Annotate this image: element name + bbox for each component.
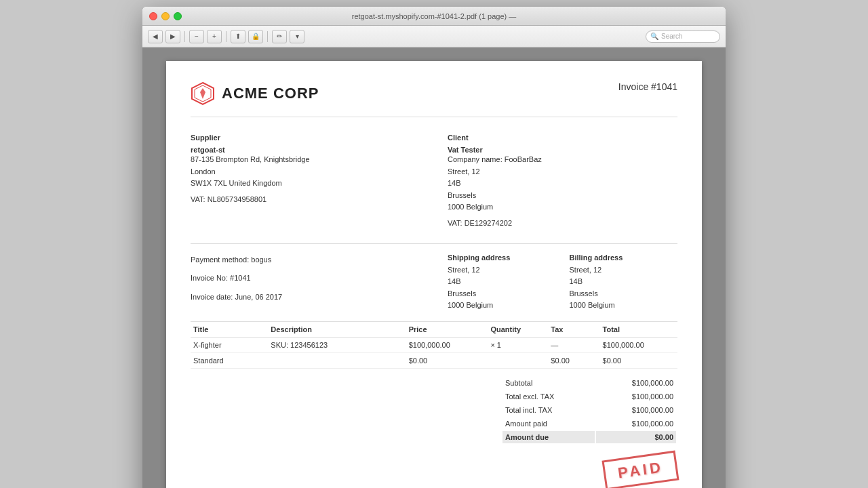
total-excl-row: Total excl. TAX $100,000.00 bbox=[502, 390, 676, 403]
table-row: X-fighterSKU: 123456123$100,000.00× 1—$1… bbox=[191, 337, 677, 352]
amount-paid-label: Amount paid bbox=[502, 418, 595, 430]
company-logo bbox=[191, 81, 215, 106]
paid-stamp-area: PAID bbox=[191, 455, 677, 485]
amount-paid-row: Amount paid $100,000.00 bbox=[502, 418, 676, 430]
share-button[interactable]: 🔒 bbox=[248, 30, 263, 43]
client-address: Company name: FooBarBaz Street, 12 14B B… bbox=[448, 154, 677, 214]
cell-description: SKU: 123456123 bbox=[268, 337, 406, 352]
items-table: Title Description Price Quantity Tax Tot… bbox=[191, 321, 677, 369]
shipping-street: Street, 12 bbox=[448, 266, 480, 274]
subtotal-label: Subtotal bbox=[502, 377, 595, 389]
search-icon: 🔍 bbox=[650, 33, 658, 40]
shipping-label: Shipping address bbox=[448, 253, 556, 262]
supplier-section: Supplier retgoat-st 87-135 Brompton Rd, … bbox=[191, 134, 420, 230]
back-button[interactable]: ◀ bbox=[148, 30, 163, 43]
client-section: Client Vat Tester Company name: FooBarBa… bbox=[448, 134, 677, 230]
billing-text: Street, 12 14B Brussels 1000 Belgium bbox=[570, 264, 678, 312]
cell-price: $0.00 bbox=[406, 352, 488, 368]
paid-stamp: PAID bbox=[602, 451, 679, 488]
client-vat: VAT: DE129274202 bbox=[448, 218, 677, 230]
search-box[interactable]: 🔍 Search bbox=[646, 30, 720, 43]
shipping-street2: 14B bbox=[448, 277, 461, 285]
client-company: Company name: FooBarBaz bbox=[448, 155, 542, 163]
annotate-button[interactable]: ✏ bbox=[272, 30, 287, 43]
search-placeholder: Search bbox=[661, 33, 683, 40]
cell-description bbox=[268, 352, 406, 368]
forward-button[interactable]: ▶ bbox=[165, 30, 180, 43]
minimize-button[interactable] bbox=[161, 12, 170, 20]
more-button[interactable]: ▾ bbox=[290, 30, 304, 43]
pdf-area: ACME CORP Invoice #1041 Supplier retgoat… bbox=[142, 47, 726, 488]
col-title: Title bbox=[191, 321, 268, 337]
shipping-text: Street, 12 14B Brussels 1000 Belgium bbox=[448, 264, 556, 312]
cell-tax: $0.00 bbox=[548, 352, 599, 368]
cell-quantity bbox=[488, 352, 548, 368]
supplier-client-section: Supplier retgoat-st 87-135 Brompton Rd, … bbox=[191, 134, 677, 230]
action-button[interactable]: ⬆ bbox=[231, 30, 245, 43]
total-excl-label: Total excl. TAX bbox=[502, 390, 595, 403]
supplier-name: retgoat-st bbox=[191, 146, 420, 154]
toolbar-separator-2 bbox=[226, 31, 226, 42]
payment-section: Payment method: bogus Invoice No: #1041 … bbox=[191, 253, 420, 312]
shipping-address: Shipping address Street, 12 14B Brussels… bbox=[448, 253, 556, 312]
window-title: retgoat-st.myshopify.com-#1041-2.pdf (1 … bbox=[352, 12, 517, 20]
zoom-in-button[interactable]: + bbox=[207, 30, 222, 43]
supplier-address: 87-135 Brompton Rd, Knightsbridge London… bbox=[191, 154, 420, 190]
company-name: ACME CORP bbox=[222, 85, 319, 102]
cell-title: Standard bbox=[191, 352, 268, 368]
shipping-country: 1000 Belgium bbox=[448, 301, 493, 309]
zoom-out-button[interactable]: − bbox=[189, 30, 204, 43]
totals-section: Subtotal $100,000.00 Total excl. TAX $10… bbox=[191, 375, 677, 445]
invoice-number: Invoice #1041 bbox=[618, 81, 677, 92]
divider-1 bbox=[191, 243, 677, 244]
billing-country: 1000 Belgium bbox=[570, 301, 615, 309]
amount-due-value: $0.00 bbox=[596, 431, 676, 443]
logo-area: ACME CORP bbox=[191, 81, 319, 106]
billing-street2: 14B bbox=[570, 277, 583, 285]
col-tax: Tax bbox=[548, 321, 599, 337]
billing-label: Billing address bbox=[570, 253, 678, 262]
cell-total: $100,000.00 bbox=[600, 337, 677, 352]
invoice-date: Invoice date: June, 06 2017 bbox=[191, 291, 420, 304]
supplier-addr2: London bbox=[191, 167, 216, 176]
total-incl-value: $100,000.00 bbox=[596, 404, 676, 416]
totals-table: Subtotal $100,000.00 Total excl. TAX $10… bbox=[501, 375, 677, 445]
payment-addresses-row: Payment method: bogus Invoice No: #1041 … bbox=[191, 253, 677, 312]
addresses-section: Shipping address Street, 12 14B Brussels… bbox=[448, 253, 677, 312]
client-label: Client bbox=[448, 134, 677, 142]
billing-address: Billing address Street, 12 14B Brussels … bbox=[570, 253, 678, 312]
client-street: Street, 12 bbox=[448, 167, 480, 176]
subtotal-row: Subtotal $100,000.00 bbox=[502, 377, 676, 389]
client-street2: 14B bbox=[448, 179, 461, 187]
cell-tax: — bbox=[548, 337, 599, 352]
amount-due-label: Amount due bbox=[502, 431, 595, 443]
titlebar: retgoat-st.myshopify.com-#1041-2.pdf (1 … bbox=[142, 7, 726, 26]
table-body: X-fighterSKU: 123456123$100,000.00× 1—$1… bbox=[191, 337, 677, 368]
client-country: 1000 Belgium bbox=[448, 203, 493, 211]
invoice-header: ACME CORP Invoice #1041 bbox=[191, 81, 677, 117]
supplier-label: Supplier bbox=[191, 134, 420, 142]
supplier-addr1: 87-135 Brompton Rd, Knightsbridge bbox=[191, 155, 310, 163]
maximize-button[interactable] bbox=[174, 12, 182, 20]
subtotal-value: $100,000.00 bbox=[596, 377, 676, 389]
total-incl-label: Total incl. TAX bbox=[502, 404, 595, 416]
cell-price: $100,000.00 bbox=[406, 337, 488, 352]
amount-paid-value: $100,000.00 bbox=[596, 418, 676, 430]
col-price: Price bbox=[406, 321, 488, 337]
invoice-no: Invoice No: #1041 bbox=[191, 272, 420, 285]
client-city: Brussels bbox=[448, 191, 476, 199]
cell-title: X-fighter bbox=[191, 337, 268, 352]
billing-city: Brussels bbox=[570, 289, 598, 298]
toolbar: ◀ ▶ − + ⬆ 🔒 ✏ ▾ 🔍 Search bbox=[142, 26, 726, 47]
supplier-vat: VAT: NL805734958801 bbox=[191, 194, 420, 206]
toolbar-separator-3 bbox=[267, 31, 268, 42]
total-excl-value: $100,000.00 bbox=[596, 390, 676, 403]
traffic-lights bbox=[149, 12, 182, 20]
close-button[interactable] bbox=[149, 12, 157, 20]
cell-quantity: × 1 bbox=[488, 337, 548, 352]
supplier-addr3: SW1X 7XL United Kingdom bbox=[191, 179, 282, 187]
payment-method: Payment method: bogus bbox=[191, 253, 420, 267]
cell-total: $0.00 bbox=[600, 352, 677, 368]
table-row: Standard$0.00$0.00$0.00 bbox=[191, 352, 677, 368]
col-quantity: Quantity bbox=[488, 321, 548, 337]
